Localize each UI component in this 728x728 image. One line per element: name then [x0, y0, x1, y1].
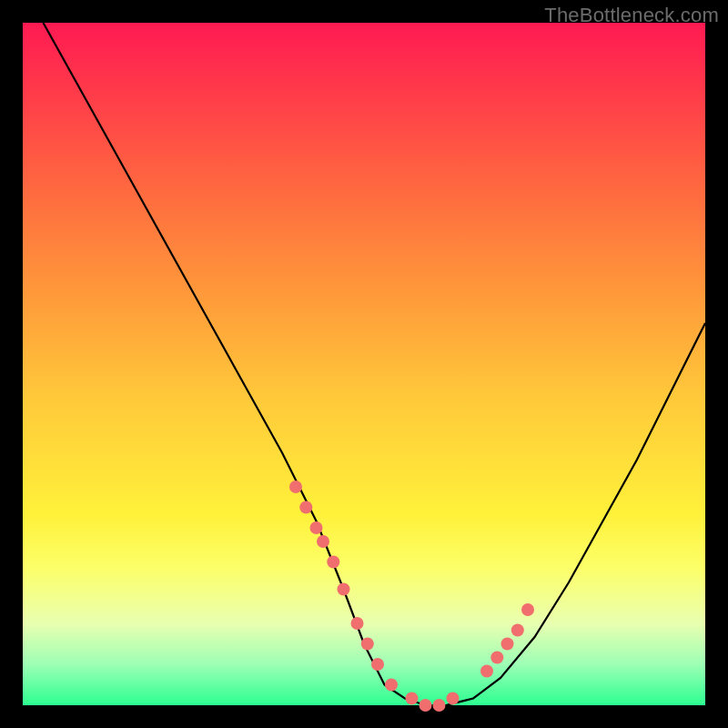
- highlight-markers: [289, 480, 534, 712]
- highlight-dot: [361, 638, 374, 651]
- bottleneck-curve: [44, 23, 706, 705]
- highlight-dot: [490, 652, 503, 664]
- highlight-dot: [385, 679, 398, 692]
- highlight-dot: [289, 480, 302, 493]
- highlight-dot: [351, 617, 364, 630]
- highlight-dot: [317, 535, 329, 548]
- highlight-dot: [327, 556, 339, 569]
- chart-svg: [23, 23, 705, 705]
- watermark-text: TheBottleneck.com: [544, 4, 719, 27]
- highlight-dot: [433, 699, 446, 712]
- highlight-dot: [420, 699, 432, 712]
- highlight-dot: [511, 624, 524, 637]
- highlight-dot: [480, 665, 493, 678]
- highlight-dot: [338, 583, 350, 596]
- highlight-dot: [447, 693, 460, 705]
- highlight-dot: [371, 658, 384, 671]
- highlight-dot: [406, 693, 419, 705]
- highlight-dot: [299, 501, 312, 514]
- chart-plot-area: [23, 23, 705, 705]
- highlight-dot: [310, 521, 323, 534]
- highlight-dot: [521, 603, 534, 616]
- highlight-dot: [501, 638, 514, 651]
